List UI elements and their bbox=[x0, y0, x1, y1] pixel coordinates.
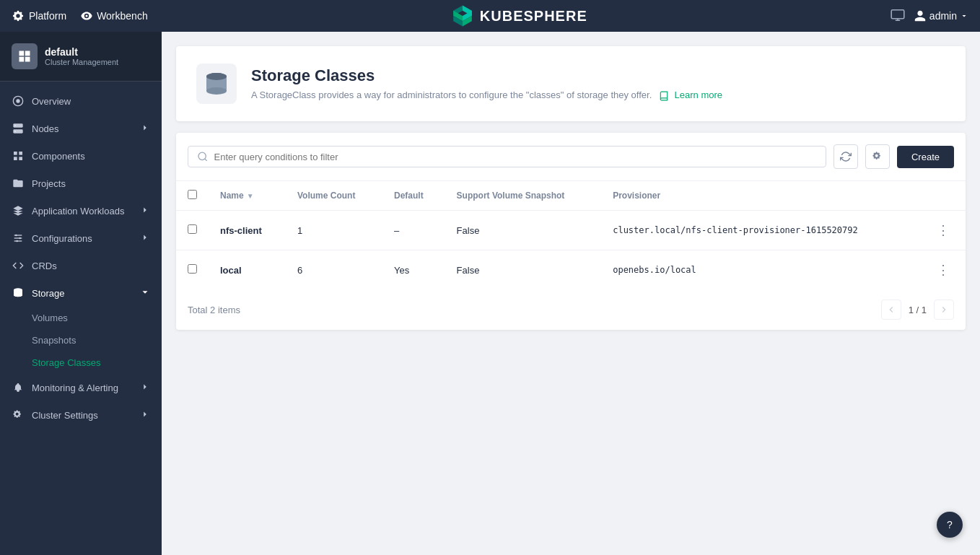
column-header-provisioner: Provisioner bbox=[601, 181, 921, 211]
admin-menu[interactable]: admin bbox=[914, 9, 968, 22]
main-content: Storage Classes A StorageClass provides … bbox=[162, 32, 980, 555]
page-header-text: Storage Classes A StorageClass provides … bbox=[251, 66, 722, 101]
folder-icon bbox=[12, 177, 25, 190]
search-icon bbox=[197, 151, 209, 162]
help-button[interactable]: ? bbox=[937, 512, 963, 538]
page-description: A StorageClass provides a way for admini… bbox=[251, 89, 722, 101]
row-default: Yes bbox=[382, 250, 445, 290]
search-input[interactable] bbox=[214, 152, 817, 162]
book-icon bbox=[659, 91, 669, 101]
chevron-right-icon bbox=[140, 123, 150, 135]
sidebar-item-configurations[interactable]: Configurations bbox=[0, 224, 162, 252]
main-layout: default Cluster Management Overview Node… bbox=[0, 32, 980, 555]
row-provisioner: openebs.io/local bbox=[601, 250, 921, 290]
sidebar-item-components[interactable]: Components bbox=[0, 142, 162, 170]
sidebar-item-overview[interactable]: Overview bbox=[0, 87, 162, 115]
row-checkbox-cell[interactable] bbox=[176, 211, 209, 250]
sidebar-item-label: CRDs bbox=[32, 261, 150, 271]
sidebar-item-monitoring-alerting[interactable]: Monitoring & Alerting bbox=[0, 374, 162, 401]
workspace-name: default bbox=[45, 46, 118, 58]
row-volume-count: 6 bbox=[286, 250, 382, 290]
select-all-checkbox[interactable] bbox=[188, 190, 197, 199]
layers-icon bbox=[12, 204, 25, 217]
chevron-right-icon bbox=[140, 232, 150, 245]
workspace-info: default Cluster Management bbox=[45, 46, 118, 66]
sort-icon: ▼ bbox=[247, 192, 254, 200]
page-header-card: Storage Classes A StorageClass provides … bbox=[176, 46, 966, 121]
page-title: Storage Classes bbox=[251, 66, 722, 85]
topnav-left: Platform Workbench bbox=[12, 9, 148, 22]
app-logo: KUBESPHERE bbox=[451, 4, 587, 27]
svg-point-28 bbox=[206, 87, 227, 95]
svg-point-10 bbox=[16, 99, 19, 102]
svg-point-30 bbox=[198, 152, 206, 159]
row-action-button[interactable]: ⋮ bbox=[932, 261, 954, 279]
row-default: – bbox=[382, 211, 445, 250]
column-header-name[interactable]: Name ▼ bbox=[209, 181, 286, 211]
next-page-button[interactable] bbox=[934, 300, 954, 320]
workspace-selector[interactable]: default Cluster Management bbox=[0, 32, 162, 82]
platform-label: Platform bbox=[29, 10, 66, 22]
row-name[interactable]: local bbox=[209, 250, 286, 290]
sidebar-item-application-workloads[interactable]: Application Workloads bbox=[0, 197, 162, 224]
sidebar-item-label: Configurations bbox=[32, 233, 133, 244]
workspace-sub-label: Cluster Management bbox=[45, 58, 118, 66]
sidebar-item-crds[interactable]: CRDs bbox=[0, 252, 162, 279]
svg-point-14 bbox=[14, 131, 15, 131]
prev-page-button[interactable] bbox=[881, 300, 901, 320]
platform-menu[interactable]: Platform bbox=[12, 9, 66, 22]
row-action-cell[interactable]: ⋮ bbox=[921, 211, 966, 250]
workbench-menu[interactable]: Workbench bbox=[81, 10, 148, 22]
topnav-right: admin bbox=[891, 9, 968, 23]
row-action-button[interactable]: ⋮ bbox=[932, 221, 954, 240]
sidebar-item-label: Projects bbox=[32, 178, 150, 189]
learn-more-link[interactable]: Learn more bbox=[675, 89, 722, 100]
svg-point-23 bbox=[19, 237, 21, 240]
database-icon bbox=[12, 287, 25, 300]
row-checkbox[interactable] bbox=[188, 224, 197, 234]
sidebar: default Cluster Management Overview Node… bbox=[0, 32, 162, 555]
row-checkbox[interactable] bbox=[188, 264, 197, 274]
gear-icon bbox=[872, 151, 883, 162]
create-button[interactable]: Create bbox=[897, 146, 954, 168]
settings-button[interactable] bbox=[865, 144, 890, 169]
settings-icon bbox=[12, 408, 25, 421]
refresh-icon bbox=[840, 151, 852, 162]
table-row: local 6 Yes False openebs.io/local ⋮ bbox=[176, 250, 966, 290]
sidebar-navigation: Overview Nodes Components bbox=[0, 82, 162, 434]
svg-point-24 bbox=[16, 240, 18, 242]
server-icon bbox=[12, 122, 25, 135]
svg-point-29 bbox=[206, 73, 227, 80]
sliders-icon bbox=[12, 232, 25, 245]
svg-point-13 bbox=[14, 125, 15, 126]
workspace-icon bbox=[12, 43, 38, 69]
row-name[interactable]: nfs-client bbox=[209, 211, 286, 250]
user-icon bbox=[914, 9, 927, 22]
sidebar-item-snapshots[interactable]: Snapshots bbox=[32, 329, 162, 351]
refresh-button[interactable] bbox=[834, 144, 858, 169]
sidebar-item-volumes[interactable]: Volumes bbox=[32, 307, 162, 329]
topnav-center: KUBESPHERE bbox=[148, 4, 891, 27]
grid-icon bbox=[12, 149, 25, 162]
row-volume-count: 1 bbox=[286, 211, 382, 250]
sidebar-item-label: Nodes bbox=[32, 123, 133, 134]
help-label: ? bbox=[947, 519, 953, 530]
monitor-icon[interactable] bbox=[891, 9, 905, 23]
storage-classes-table: Name ▼ Volume Count Default Support Volu… bbox=[176, 181, 966, 289]
select-all-header[interactable] bbox=[176, 181, 209, 211]
sidebar-item-label: Application Workloads bbox=[32, 206, 133, 217]
table-toolbar: Create bbox=[176, 133, 966, 181]
sidebar-item-cluster-settings[interactable]: Cluster Settings bbox=[0, 401, 162, 429]
sidebar-item-storage[interactable]: Storage bbox=[0, 279, 162, 307]
column-header-default: Default bbox=[382, 181, 445, 211]
cylinder-icon bbox=[202, 69, 231, 98]
sidebar-item-nodes[interactable]: Nodes bbox=[0, 115, 162, 142]
sidebar-item-storage-classes[interactable]: Storage Classes bbox=[32, 351, 162, 374]
row-action-cell[interactable]: ⋮ bbox=[921, 250, 966, 290]
svg-rect-17 bbox=[14, 157, 17, 160]
sidebar-item-projects[interactable]: Projects bbox=[0, 170, 162, 197]
search-box[interactable] bbox=[188, 146, 826, 167]
sidebar-item-label: Cluster Settings bbox=[32, 410, 133, 421]
table-row: nfs-client 1 – False cluster.local/nfs-c… bbox=[176, 211, 966, 250]
row-checkbox-cell[interactable] bbox=[176, 250, 209, 290]
